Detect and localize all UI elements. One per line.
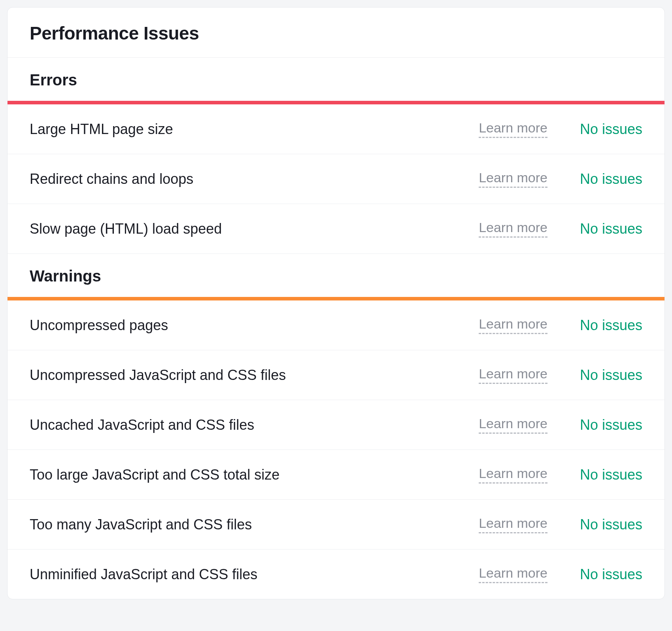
issue-status: No issues	[563, 367, 642, 384]
issue-status: No issues	[563, 171, 642, 187]
issue-row: Uncached JavaScript and CSS files Learn …	[8, 400, 664, 450]
panel-title: Performance Issues	[30, 23, 642, 44]
learn-more-link[interactable]: Learn more	[479, 416, 547, 434]
issue-row: Large HTML page size Learn more No issue…	[8, 104, 664, 154]
section-title-errors: Errors	[30, 71, 642, 89]
issue-row: Too many JavaScript and CSS files Learn …	[8, 500, 664, 550]
learn-more-link[interactable]: Learn more	[479, 220, 547, 238]
section-separator-errors	[8, 101, 664, 104]
section-separator-warnings	[8, 297, 664, 300]
issue-row: Too large JavaScript and CSS total size …	[8, 450, 664, 500]
issue-row: Uncompressed pages Learn more No issues	[8, 300, 664, 350]
issue-label: Uncompressed pages	[30, 317, 463, 334]
learn-more-link[interactable]: Learn more	[479, 565, 547, 583]
issue-status: No issues	[563, 121, 642, 138]
learn-more-link[interactable]: Learn more	[479, 516, 547, 533]
section-header-errors: Errors	[8, 58, 664, 101]
learn-more-link[interactable]: Learn more	[479, 466, 547, 484]
section-header-warnings: Warnings	[8, 254, 664, 297]
issue-row: Slow page (HTML) load speed Learn more N…	[8, 204, 664, 254]
issue-status: No issues	[563, 566, 642, 583]
learn-more-link[interactable]: Learn more	[479, 316, 547, 334]
performance-issues-panel: Performance Issues Errors Large HTML pag…	[7, 7, 665, 599]
issue-label: Slow page (HTML) load speed	[30, 221, 463, 237]
issue-label: Unminified JavaScript and CSS files	[30, 566, 463, 583]
issue-status: No issues	[563, 317, 642, 334]
panel-header: Performance Issues	[8, 8, 664, 58]
issue-row: Unminified JavaScript and CSS files Lear…	[8, 550, 664, 599]
issue-status: No issues	[563, 417, 642, 433]
issue-status: No issues	[563, 221, 642, 237]
issue-status: No issues	[563, 516, 642, 533]
issue-label: Too many JavaScript and CSS files	[30, 516, 463, 533]
issue-label: Uncompressed JavaScript and CSS files	[30, 367, 463, 384]
learn-more-link[interactable]: Learn more	[479, 120, 547, 138]
issue-label: Large HTML page size	[30, 121, 463, 138]
issue-label: Too large JavaScript and CSS total size	[30, 467, 463, 483]
issue-label: Uncached JavaScript and CSS files	[30, 417, 463, 433]
issue-label: Redirect chains and loops	[30, 171, 463, 187]
learn-more-link[interactable]: Learn more	[479, 366, 547, 384]
learn-more-link[interactable]: Learn more	[479, 170, 547, 188]
issue-status: No issues	[563, 467, 642, 483]
section-title-warnings: Warnings	[30, 267, 642, 285]
issue-row: Uncompressed JavaScript and CSS files Le…	[8, 350, 664, 400]
issue-row: Redirect chains and loops Learn more No …	[8, 154, 664, 204]
